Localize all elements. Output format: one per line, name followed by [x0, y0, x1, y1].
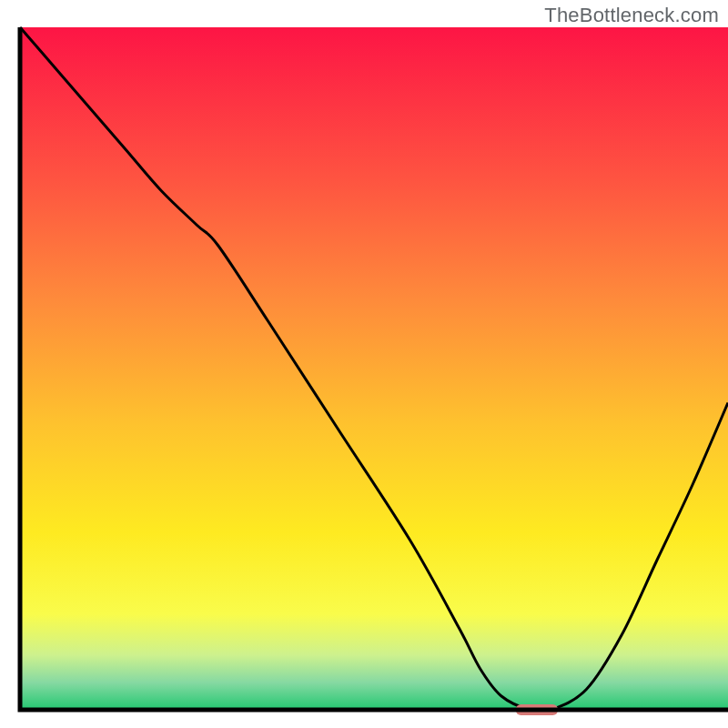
bottleneck-chart	[0, 0, 728, 728]
gradient-background	[20, 27, 728, 710]
watermark-text: TheBottleneck.com	[544, 4, 719, 27]
chart-container: TheBottleneck.com	[0, 0, 728, 728]
